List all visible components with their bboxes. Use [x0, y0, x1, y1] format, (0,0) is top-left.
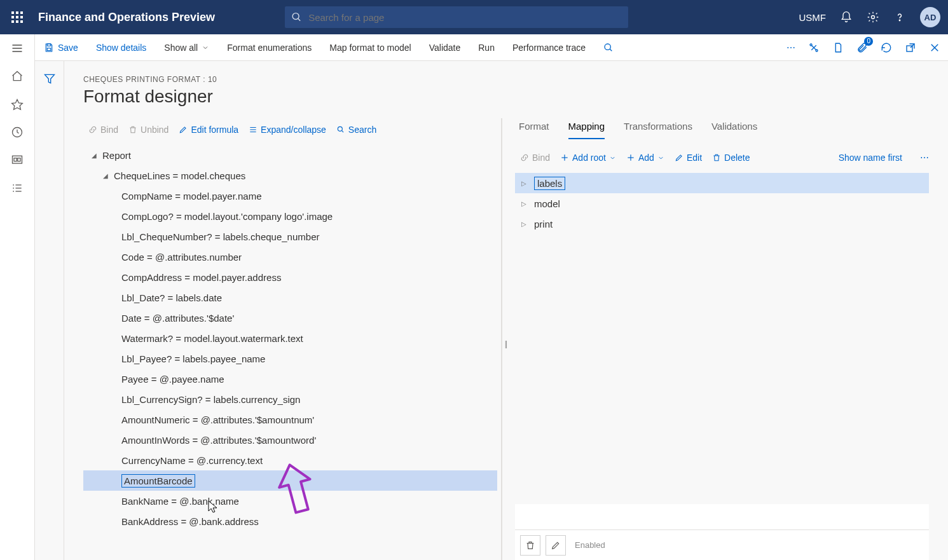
- more-icon[interactable]: ⋯: [787, 43, 795, 53]
- svg-line-1: [298, 18, 301, 21]
- link-icon[interactable]: [808, 42, 820, 53]
- refresh-icon[interactable]: [881, 42, 892, 53]
- search-command-icon[interactable]: [594, 34, 622, 60]
- svg-point-0: [292, 13, 299, 20]
- run-button[interactable]: Run: [469, 34, 504, 60]
- top-nav: Finance and Operations Preview USMF AD: [0, 0, 948, 34]
- document-icon[interactable]: [832, 42, 844, 53]
- validate-button[interactable]: Validate: [420, 34, 470, 60]
- svg-line-21: [610, 49, 612, 51]
- svg-rect-19: [47, 48, 50, 50]
- svg-point-3: [899, 20, 900, 20]
- show-all-dropdown[interactable]: Show all: [155, 34, 218, 60]
- format-enumerations-button[interactable]: Format enumerations: [218, 34, 320, 60]
- performance-trace-button[interactable]: Performance trace: [504, 34, 594, 60]
- search-icon: [291, 11, 302, 23]
- svg-point-22: [810, 44, 812, 46]
- left-rail: [0, 34, 35, 61]
- attach-icon[interactable]: 0: [856, 42, 868, 53]
- close-icon[interactable]: [929, 42, 940, 53]
- svg-point-2: [872, 16, 875, 19]
- command-bar: Save Show details Show all Format enumer…: [35, 34, 948, 61]
- help-icon[interactable]: [893, 11, 906, 24]
- popout-icon[interactable]: [905, 42, 916, 53]
- show-details-button[interactable]: Show details: [87, 34, 155, 60]
- global-search[interactable]: [285, 6, 628, 28]
- brand-title: Finance and Operations Preview: [38, 11, 215, 24]
- app-launcher-icon[interactable]: [8, 8, 27, 27]
- svg-point-23: [816, 50, 818, 51]
- save-icon: [44, 43, 54, 53]
- svg-point-20: [605, 44, 610, 50]
- hamburger-icon[interactable]: [11, 42, 24, 55]
- user-avatar[interactable]: AD: [920, 7, 940, 27]
- legal-entity[interactable]: USMF: [799, 12, 827, 23]
- search-input[interactable]: [308, 12, 622, 23]
- bell-icon[interactable]: [840, 11, 853, 24]
- map-format-button[interactable]: Map format to model: [320, 34, 420, 60]
- save-button[interactable]: Save: [40, 34, 87, 60]
- chevron-down-icon: [202, 44, 209, 51]
- svg-rect-18: [47, 44, 50, 46]
- gear-icon[interactable]: [867, 11, 879, 24]
